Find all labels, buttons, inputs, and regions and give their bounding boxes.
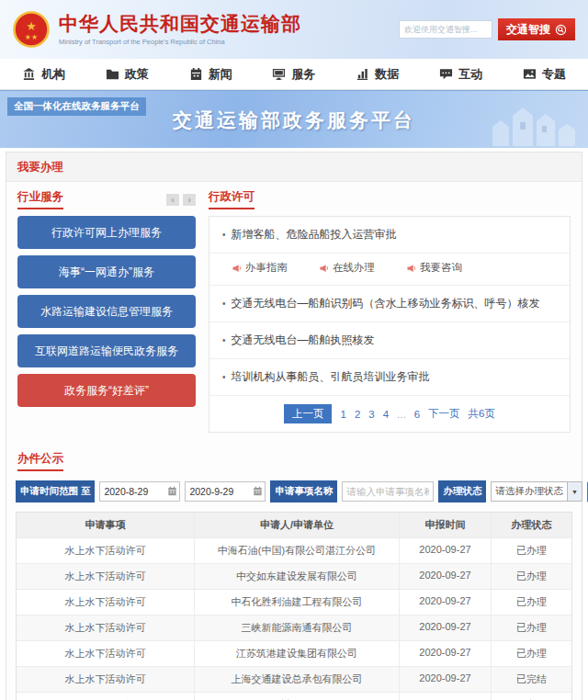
license-item[interactable]: 培训机构从事船员、引航员培训业务审批: [209, 359, 570, 396]
table-header-row: 申请事项申请人/申请单位申报时间办理状态: [17, 513, 571, 537]
pagination-next[interactable]: 下一页: [428, 407, 460, 421]
admin-license-header: 行政许可: [209, 189, 571, 209]
date-to-box: [185, 481, 266, 502]
table-row[interactable]: 水上水下活动许可上海交通建设总承包有限公司2020-09-27已完结: [17, 666, 571, 692]
nav-item[interactable]: 互动: [439, 66, 482, 83]
table-cell: 2020-09-27: [399, 692, 491, 700]
table-cell: 中海工程建设总局有限公司: [194, 692, 399, 700]
nav-bar: 机构政策新闻服务数据互动专题: [0, 59, 588, 90]
table-header-cell: 申请事项: [17, 513, 194, 537]
page: ★★★ 中华人民共和国交通运输部 Ministry of Transport o…: [0, 0, 588, 700]
nav-item[interactable]: 服务: [272, 66, 315, 83]
nav-item-label: 数据: [375, 66, 399, 83]
table-cell: 2020-09-27: [399, 640, 491, 666]
nav-item[interactable]: 新闻: [189, 66, 232, 83]
megaphone-icon: [319, 263, 330, 274]
pagination-ellipsis: ...: [397, 409, 406, 420]
table-cell: 上海交通建设总承包有限公司: [194, 666, 399, 692]
table-header-cell: 申请人/申请单位: [194, 513, 399, 537]
item-name-label: 申请事项名称: [270, 480, 337, 502]
industry-service-button[interactable]: 海事“一网通办”服务: [17, 255, 196, 288]
license-pagination: 上一页1234...6下一页共6页: [209, 396, 570, 432]
table-row[interactable]: 水上水下活动许可江苏筑港建设集团有限公司2020-09-27已办理: [17, 640, 571, 666]
nav-item-label: 服务: [291, 66, 315, 83]
table-cell: 2020-09-27: [399, 537, 491, 563]
industry-service-button[interactable]: 行政许可网上办理服务: [17, 216, 196, 249]
pagination-page[interactable]: 4: [383, 409, 389, 420]
license-item-label: 交通无线电台—船舶执照核发: [232, 333, 375, 346]
smart-search-button[interactable]: 交通智搜: [498, 18, 575, 40]
quick-link[interactable]: 办事指南: [232, 261, 288, 275]
table-cell: 已完结: [491, 666, 571, 692]
table-cell: 水上水下活动许可: [17, 640, 194, 666]
table-cell: 水上水下活动许可: [17, 666, 194, 692]
search-input[interactable]: [399, 20, 492, 39]
license-item[interactable]: 交通无线电台—船舶执照核发: [209, 322, 570, 359]
admin-license-panel: 行政许可 新增客船、危险品船投入运营审批办事指南在线办理我要咨询交通无线电台—船…: [209, 189, 571, 433]
admin-license-title: 行政许可: [209, 189, 254, 209]
table-row[interactable]: 水上水下活动许可中交如东建设发展有限公司2020-09-27已办理: [17, 563, 571, 589]
table-body: 水上水下活动许可中海石油(中国)有限公司湛江分公司2020-09-27已办理水上…: [17, 537, 571, 700]
search-icon: [555, 24, 567, 36]
calendar-icon[interactable]: [167, 486, 177, 496]
pagination-prev[interactable]: 上一页: [284, 404, 333, 423]
nav-item[interactable]: 专题: [523, 66, 566, 83]
quick-link[interactable]: 我要咨询: [406, 261, 462, 275]
license-item[interactable]: 交通无线电台—船舶识别码（含水上移动业务标识、呼号）核发: [209, 286, 570, 322]
table-cell: 水上水下活动许可: [17, 692, 194, 700]
table-cell: 已办理: [491, 692, 571, 700]
notice-section-title: 办件公示: [17, 451, 63, 471]
pagination-page[interactable]: 3: [368, 409, 374, 420]
item-name-input[interactable]: [342, 481, 434, 502]
table-row[interactable]: 水上水下活动许可中海石油(中国)有限公司湛江分公司2020-09-27已办理: [17, 537, 571, 563]
industry-services-header: 行业服务: [17, 189, 196, 209]
table-row[interactable]: 水上水下活动许可中海工程建设总局有限公司2020-09-27已办理: [17, 692, 571, 700]
handle-columns: 行业服务 行政许可网上办理服务海事“一网通办”服务水路运输建设信息管理服务互联网…: [6, 182, 582, 442]
nav-item[interactable]: 数据: [356, 66, 399, 83]
table-cell: 水上水下活动许可: [17, 537, 194, 563]
bank-icon: [22, 67, 36, 81]
table-cell: 2020-09-27: [399, 589, 491, 615]
building-illustration: [489, 98, 577, 146]
industry-service-button[interactable]: 政务服务“好差评”: [17, 374, 196, 407]
table-cell: 已办理: [491, 640, 571, 666]
date-range-label: 申请时间范围 至: [16, 480, 95, 502]
nav-item-label: 互动: [458, 66, 482, 83]
calendar-icon[interactable]: [253, 486, 263, 496]
national-emblem-icon: ★★★: [13, 11, 50, 48]
nav-item-label: 政策: [125, 66, 149, 83]
pagination-page[interactable]: 1: [340, 409, 345, 420]
chevron-left-icon[interactable]: [166, 194, 179, 206]
search-area: 交通智搜: [399, 18, 575, 40]
table-cell: 水上水下活动许可: [17, 615, 194, 640]
table-header-cell: 申报时间: [399, 513, 491, 537]
nav-item[interactable]: 机构: [22, 66, 65, 83]
calendar-icon: [189, 67, 203, 81]
chevron-right-icon[interactable]: [183, 194, 196, 206]
table-cell: 已办理: [491, 615, 571, 640]
table-row[interactable]: 水上水下活动许可三峡新能源南通有限公司2020-09-27已办理: [17, 615, 571, 640]
license-item[interactable]: 新增客船、危险品船投入运营审批: [209, 217, 570, 254]
svg-text:★: ★: [26, 19, 37, 33]
table-cell: 2020-09-27: [399, 615, 491, 640]
chevron-down-icon: [567, 482, 582, 501]
search-button-label: 交通智搜: [506, 22, 550, 38]
industry-service-button[interactable]: 互联网道路运输便民政务服务: [17, 334, 196, 367]
banner: 全国一体化在线政务服务平台 交通运输部政务服务平台: [0, 90, 588, 148]
table-cell: 江苏筑港建设集团有限公司: [194, 640, 399, 666]
megaphone-icon: [232, 263, 243, 274]
table-cell: 已办理: [491, 537, 571, 563]
handle-section-bar: 我要办理: [6, 152, 582, 182]
industry-service-button[interactable]: 水路运输建设信息管理服务: [17, 295, 196, 328]
status-select[interactable]: 请选择办理状态: [491, 481, 582, 502]
pagination-page[interactable]: 6: [414, 409, 420, 420]
quick-link[interactable]: 在线办理: [319, 261, 375, 275]
site-title-block: 中华人民共和国交通运输部 Ministry of Transport of th…: [59, 13, 301, 45]
status-select-value: 请选择办理状态: [495, 485, 567, 498]
bullet-icon: [222, 370, 232, 383]
picture-icon: [523, 67, 537, 81]
industry-services-panel: 行业服务 行政许可网上办理服务海事“一网通办”服务水路运输建设信息管理服务互联网…: [17, 189, 196, 433]
table-row[interactable]: 水上水下活动许可中石化胜利油建工程有限公司2020-09-27已办理: [17, 589, 571, 615]
pagination-page[interactable]: 2: [355, 409, 360, 420]
nav-item[interactable]: 政策: [106, 66, 149, 83]
